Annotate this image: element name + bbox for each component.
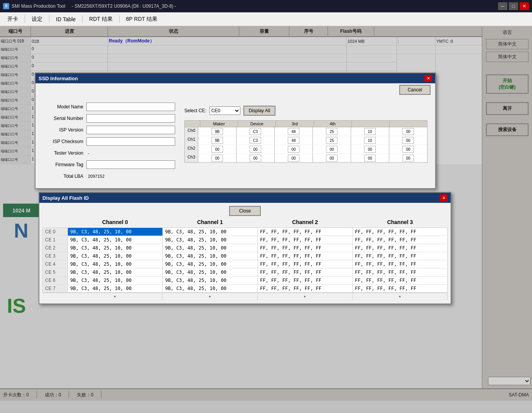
ch0-val-0: 9B xyxy=(211,128,223,135)
flashid-titlebar: Display All Flash ID ✕ xyxy=(39,193,451,203)
menu-rdt[interactable]: RDT 结果 xyxy=(85,14,117,25)
ch3-val-2: 00 xyxy=(288,155,299,162)
ch2-val-1: 00 xyxy=(250,146,261,153)
ce7-ch3: FF, FF, FF, FF, FF, FF xyxy=(353,285,447,292)
ch3-val-3: 00 xyxy=(326,155,338,162)
flashid-dialog: Display All Flash ID ✕ Close Channel 0 C… xyxy=(39,192,451,304)
tester-version-value: - xyxy=(86,149,175,157)
menu-bar: 开卡 设定 ID Table RDT 结果 8P RDT 结果 xyxy=(0,12,532,26)
flash-row-ce3: CE 3 9B, C3, 48, 25, 10, 00 9B, C3, 48, … xyxy=(43,252,447,260)
ce3-ch1: 9B, C3, 48, 25, 10, 00 xyxy=(163,252,258,260)
ce4-label: CE 4 xyxy=(43,260,68,268)
menu-kaika[interactable]: 开卡 xyxy=(3,14,22,25)
scroll-ch2: ▼ xyxy=(258,293,353,300)
ce7-ch2: FF, FF, FF, FF, FF, FF xyxy=(258,285,353,292)
ce6-ch2: FF, FF, FF, FF, FF, FF xyxy=(258,276,353,284)
title-bar: S SMI Mass Production Tool - SM2258XT/59… xyxy=(0,0,532,12)
ch3-val-5: 00 xyxy=(402,155,414,162)
ce5-ch2: FF, FF, FF, FF, FF, FF xyxy=(258,268,353,276)
maximize-button[interactable]: □ xyxy=(509,2,518,10)
close-button[interactable]: Close xyxy=(229,206,261,216)
menu-settings[interactable]: 设定 xyxy=(27,14,47,25)
ch1-header: Channel 1 xyxy=(162,219,257,225)
ssd-dialog-close[interactable]: ✕ xyxy=(424,75,432,82)
scroll-arrow-ch3[interactable]: ▼ xyxy=(398,295,401,298)
menu-separator xyxy=(25,15,25,23)
scroll-arrow-ch1[interactable]: ▼ xyxy=(208,295,211,298)
app-title-text: SMI Mass Production Tool xyxy=(12,3,65,9)
ch1-val-5: 00 xyxy=(402,137,414,144)
close-button[interactable]: ✕ xyxy=(520,2,529,10)
total-lba-label: Total LBA xyxy=(40,174,86,179)
ce3-label: CE 3 xyxy=(43,252,68,260)
menu-separator-4 xyxy=(119,15,120,23)
firmware-tag-label: Firmware Tag xyxy=(40,162,86,167)
channel-headers: Channel 0 Channel 1 Channel 2 Channel 3 xyxy=(68,219,448,225)
ch2-val-4: 00 xyxy=(364,146,376,153)
col-5th xyxy=(352,121,390,127)
ssd-dialog-titlebar: SSD Information ✕ xyxy=(35,73,435,83)
serial-number-row: Serial Number xyxy=(40,114,175,123)
ssd-dialog-title: SSD Information xyxy=(39,76,78,81)
ch1-val-4: 10 xyxy=(364,137,376,144)
flash-row-ce0: CE 0 9B, C3, 48, 25, 10, 00 9B, C3, 48, … xyxy=(43,228,447,236)
ch3-row: Ch3 00 00 00 00 xyxy=(185,154,427,162)
ce-select[interactable]: CE0 CE1 CE2 CE3 xyxy=(209,106,240,115)
flash-row-ce1: CE 1 9B, C3, 48, 25, 10, 00 9B, C3, 48, … xyxy=(43,236,447,244)
firmware-tag-input[interactable] xyxy=(86,160,175,169)
isp-checksum-row: ISP Checksum xyxy=(40,137,175,146)
ch1-device: C3 xyxy=(236,136,275,145)
serial-number-input[interactable] xyxy=(86,114,175,123)
isp-checksum-input[interactable] xyxy=(86,137,175,146)
ssd-form: Model Name Serial Number ISP Version ISP… xyxy=(40,103,175,184)
display-all-button[interactable]: Display All xyxy=(243,106,275,116)
ce1-ch3: FF, FF, FF, FF, FF, FF xyxy=(353,236,447,244)
ssd-flash-panel: Select CE: CE0 CE1 CE2 CE3 Display All M… xyxy=(181,103,431,184)
ch3-5th: 00 xyxy=(351,154,389,162)
ce5-ch1: 9B, C3, 48, 25, 10, 00 xyxy=(163,268,258,276)
ch2-5th: 00 xyxy=(351,145,389,153)
ch2-maker: 00 xyxy=(198,145,236,153)
ce1-ch0: 9B, C3, 48, 25, 10, 00 xyxy=(68,236,163,244)
ssd-dialog-content: Model Name Serial Number ISP Version ISP… xyxy=(35,98,435,188)
ch2-val-3: 00 xyxy=(326,146,338,153)
menu-idtable[interactable]: ID Table xyxy=(52,14,80,24)
ch2-val-2: 00 xyxy=(288,146,299,153)
ce1-ch2: FF, FF, FF, FF, FF, FF xyxy=(258,236,353,244)
isp-version-input[interactable] xyxy=(86,126,175,134)
flash-id-grid: Maker Device 3rd 4th Ch0 9B xyxy=(184,120,427,163)
ce5-label: CE 5 xyxy=(43,268,68,276)
ssd-info-dialog: SSD Information ✕ Cancel Model Name Seri… xyxy=(35,72,436,189)
scroll-arrow-ch0[interactable]: ▼ xyxy=(113,295,117,298)
ce3-ch0: 9B, C3, 48, 25, 10, 00 xyxy=(68,252,163,260)
ce3-ch3: FF, FF, FF, FF, FF, FF xyxy=(353,252,447,260)
ch0-3rd: 48 xyxy=(275,127,313,136)
ch1-4th: 25 xyxy=(313,136,351,145)
ce4-ch1: 9B, C3, 48, 25, 10, 00 xyxy=(163,260,258,268)
ce0-ch0: 9B, C3, 48, 25, 10, 00 xyxy=(68,228,163,236)
scroll-arrow-ch2[interactable]: ▼ xyxy=(303,295,306,298)
col-6th xyxy=(390,121,427,127)
ce6-label: CE 6 xyxy=(43,276,68,284)
model-name-input[interactable] xyxy=(86,103,175,111)
model-name-row: Model Name xyxy=(40,103,175,111)
ch1-val-0: 9B xyxy=(211,137,223,144)
ce6-ch0: 9B, C3, 48, 25, 10, 00 xyxy=(68,276,163,284)
ce4-ch0: 9B, C3, 48, 25, 10, 00 xyxy=(68,260,163,268)
title-controls: ─ □ ✕ xyxy=(498,2,529,10)
ch0-maker: 9B xyxy=(198,127,236,136)
menu-8prdt[interactable]: 8P RDT 结果 xyxy=(122,14,162,25)
ch0-val-1: C3 xyxy=(250,128,261,135)
ch0-val-2: 48 xyxy=(288,128,299,135)
ch1-maker: 9B xyxy=(198,136,236,145)
ce0-ch1: 9B, C3, 48, 25, 10, 00 xyxy=(163,228,258,236)
cancel-button[interactable]: Cancel xyxy=(399,85,431,95)
flashid-close-x[interactable]: ✕ xyxy=(440,194,448,201)
ch0-row: Ch0 9B C3 48 25 xyxy=(185,127,427,136)
minimize-button[interactable]: ─ xyxy=(498,2,507,10)
total-lba-value: 2097152 xyxy=(86,172,175,180)
ce0-label: CE 0 xyxy=(43,228,68,236)
isp-version-row: ISP Version xyxy=(40,126,175,134)
firmware-tag-row: Firmware Tag xyxy=(40,160,175,169)
isp-version-label: ISP Version xyxy=(40,127,86,133)
